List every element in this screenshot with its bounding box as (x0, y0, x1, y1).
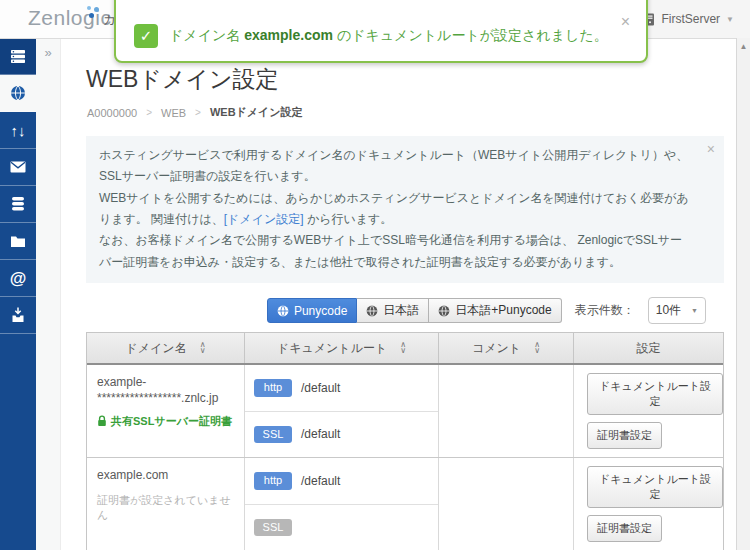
sidebar-item-files[interactable] (0, 223, 36, 260)
sidebar-item-transfer[interactable]: ↑↓ (0, 112, 36, 149)
column-header-label: ドキュメントルート (277, 340, 387, 357)
column-header-docroot[interactable]: ドキュメントルート ∧∨ (245, 333, 439, 363)
mail-icon (10, 161, 26, 173)
breadcrumb-separator: > (146, 107, 152, 118)
certificate-settings-button[interactable]: 証明書設定 (587, 515, 662, 542)
ssl-docroot-row: SSL (245, 504, 438, 550)
close-icon[interactable]: × (621, 14, 630, 30)
folder-icon (10, 235, 26, 248)
certificate-settings-button[interactable]: 証明書設定 (587, 422, 662, 449)
display-mode-toggle-group: Punycode 日本語 日本語+Punycode (267, 298, 562, 323)
column-header-label: 設定 (637, 340, 661, 357)
settings-cell: ドキュメントルート設定 証明書設定 (574, 365, 723, 457)
database-icon (10, 196, 26, 212)
main-content: WEBドメイン設定 A0000000 > WEB > WEBドメイン設定 × ホ… (60, 38, 737, 550)
server-rack-icon (10, 49, 26, 64)
domain-cell: example.com 証明書が設定されていません (87, 458, 245, 550)
table-toolbar: Punycode 日本語 日本語+Punycode (86, 297, 724, 324)
page-title: WEBドメイン設定 (86, 64, 737, 95)
lock-icon (97, 415, 107, 427)
docroot-cell: http /default SSL (245, 458, 439, 550)
breadcrumb: A0000000 > WEB > WEBドメイン設定 (87, 105, 737, 120)
toggle-label: 日本語 (383, 302, 419, 319)
toggle-japanese-punycode[interactable]: 日本語+Punycode (429, 298, 561, 323)
display-count-label: 表示件数： (575, 302, 635, 319)
sidebar-item-mail[interactable] (0, 149, 36, 186)
check-icon: ✓ (134, 24, 158, 48)
scroll-up-arrow-icon[interactable]: ▲ (737, 38, 750, 51)
sort-down-icon[interactable]: ∨ (534, 348, 540, 354)
notification-text: のドキュメントルートが設定されました。 (333, 27, 608, 43)
domain-table: ドメイン名 ∧∨ ドキュメントルート ∧∨ コメント ∧∨ 設定 exa (86, 332, 724, 550)
domain-name: example- (97, 374, 234, 390)
vertical-scrollbar[interactable]: ▲ (736, 38, 750, 550)
transfer-arrows-icon: ↑↓ (11, 123, 26, 138)
description-paragraph-2: WEBサイトを公開するためには、あらかじめホスティングサービスとドメイン名を関連… (99, 191, 688, 226)
sidebar-item-database[interactable] (0, 186, 36, 223)
toggle-punycode[interactable]: Punycode (267, 298, 357, 323)
docroot-settings-button[interactable]: ドキュメントルート設定 (587, 466, 723, 508)
description-paragraph-3: なお、お客様ドメイン名で公開するWEBサイト上でSSL暗号化通信を利用する場合は… (99, 233, 682, 268)
account-menu[interactable]: FirstServer ▼ (632, 0, 750, 38)
domain-name: ******************.znlc.jp (97, 390, 234, 406)
globe-icon (366, 305, 378, 317)
http-badge: http (254, 472, 292, 490)
sort-icons: ∧∨ (200, 342, 206, 354)
logo-dot-icon (87, 6, 91, 10)
sidebar-collapse-strip: » (36, 38, 61, 550)
sort-down-icon[interactable]: ∨ (400, 348, 406, 354)
column-header-label: ドメイン名 (126, 340, 187, 357)
table-row: example- ******************.znlc.jp 共有SS… (87, 365, 723, 457)
breadcrumb-separator: > (195, 107, 201, 118)
sidebar: ↑↓ @ (0, 38, 36, 550)
domain-settings-link[interactable]: [ドメイン設定] (224, 212, 304, 226)
sidebar-item-services[interactable] (0, 38, 36, 75)
notification-domain: example.com (244, 27, 333, 43)
globe-icon (277, 305, 289, 317)
expand-sidebar-chevron-icon[interactable]: » (36, 38, 60, 60)
breadcrumb-web[interactable]: WEB (161, 107, 186, 119)
certificate-status: 共有SSLサーバー証明書 (111, 414, 232, 429)
sidebar-item-address[interactable]: @ (0, 260, 36, 297)
globe-icon (10, 85, 26, 101)
app-window: Zenlogic カ FirstServer ▼ (0, 0, 750, 550)
http-badge: http (254, 379, 292, 397)
http-docroot-row: http /default (245, 458, 438, 504)
logo-dot-icon (94, 7, 99, 12)
sidebar-item-deploy[interactable] (0, 297, 36, 334)
table-row: example.com 証明書が設定されていません http /default … (87, 457, 723, 550)
sort-down-icon[interactable]: ∨ (200, 348, 206, 354)
docroot-path: /default (301, 427, 340, 441)
success-notification: ✓ ドメイン名 example.com のドキュメントルートが設定されました。 … (114, 0, 648, 63)
zenlogic-logo[interactable]: Zenlogic (28, 6, 111, 30)
sort-icons: ∧∨ (400, 342, 406, 354)
sidebar-item-web[interactable] (0, 75, 36, 112)
column-header-domain[interactable]: ドメイン名 ∧∨ (87, 333, 245, 363)
toggle-japanese[interactable]: 日本語 (357, 298, 429, 323)
ssl-badge-disabled: SSL (254, 519, 292, 537)
toggle-label: Punycode (294, 304, 347, 318)
domain-name: example.com (97, 467, 234, 483)
close-icon[interactable]: × (707, 142, 715, 156)
display-count-select[interactable]: 10件 ▼ (648, 297, 706, 324)
notification-text: ドメイン名 (169, 27, 244, 43)
docroot-settings-button[interactable]: ドキュメントルート設定 (587, 373, 723, 415)
notification-message: ドメイン名 example.com のドキュメントルートが設定されました。 (169, 27, 608, 45)
description-paragraph-1: ホスティングサービスで利用するドメイン名のドキュメントルート（WEBサイト公開用… (99, 148, 688, 183)
docroot-path: /default (301, 381, 340, 395)
column-header-comment[interactable]: コメント ∧∨ (439, 333, 574, 363)
globe-icon (438, 305, 450, 317)
account-name: FirstServer (661, 12, 720, 26)
chevron-down-icon: ▼ (691, 307, 698, 314)
description-box: × ホスティングサービスで利用するドメイン名のドキュメントルート（WEBサイト公… (86, 136, 724, 283)
domain-cell: example- ******************.znlc.jp 共有SS… (87, 365, 245, 457)
docroot-cell: http /default SSL /default (245, 365, 439, 457)
docroot-path: /default (301, 474, 340, 488)
column-header-settings: 設定 (574, 333, 723, 363)
sort-icons: ∧∨ (534, 342, 540, 354)
column-header-label: コメント (472, 340, 521, 357)
ssl-docroot-row: SSL /default (245, 411, 438, 458)
chevron-down-icon: ▼ (726, 15, 734, 24)
description-paragraph-2-end: から行います。 (304, 212, 393, 226)
breadcrumb-account[interactable]: A0000000 (87, 107, 137, 119)
